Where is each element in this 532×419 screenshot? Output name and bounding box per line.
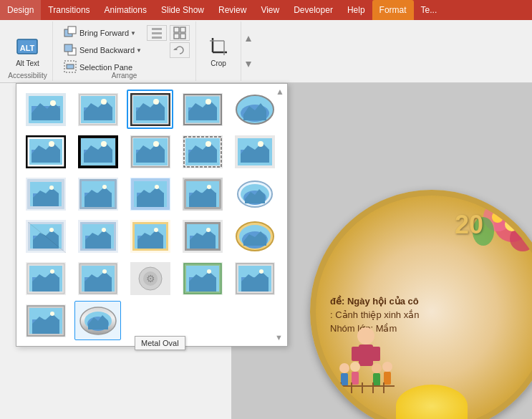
tab-help[interactable]: Help bbox=[340, 0, 372, 20]
style-item-1-3[interactable] bbox=[180, 132, 226, 171]
crop-group: Crop bbox=[196, 21, 241, 81]
style-item-1-2[interactable] bbox=[127, 132, 173, 171]
ribbon-scroll[interactable] bbox=[241, 21, 256, 81]
style-item-3-0[interactable] bbox=[22, 216, 69, 256]
svg-point-185 bbox=[339, 363, 349, 373]
svg-rect-7 bbox=[174, 27, 179, 32]
svg-text:⚙: ⚙ bbox=[145, 273, 155, 284]
style-item-2-3[interactable] bbox=[180, 174, 226, 213]
svg-point-66 bbox=[153, 141, 159, 147]
alt-text-button[interactable]: ALT Alt Text bbox=[11, 32, 44, 71]
svg-rect-4 bbox=[152, 28, 162, 30]
style-item-0-4[interactable] bbox=[232, 90, 279, 129]
svg-rect-9 bbox=[174, 34, 179, 39]
group-button[interactable] bbox=[170, 25, 190, 41]
style-item-4-0[interactable] bbox=[22, 259, 69, 298]
send-backward-button[interactable]: Send Backward ▼ bbox=[59, 42, 167, 58]
tab-te[interactable]: Te... bbox=[414, 0, 445, 20]
svg-rect-3 bbox=[68, 27, 76, 34]
svg-rect-182 bbox=[359, 345, 373, 366]
style-item-4-3[interactable] bbox=[180, 259, 226, 298]
style-item-3-3[interactable] bbox=[180, 216, 226, 256]
svg-point-72 bbox=[205, 141, 211, 147]
style-item-0-1[interactable] bbox=[74, 90, 121, 129]
style-item-3-4[interactable] bbox=[232, 216, 279, 256]
style-item-0-3[interactable] bbox=[180, 90, 226, 129]
svg-rect-186 bbox=[341, 373, 348, 386]
arrange-group: Bring Forward ▼ bbox=[53, 21, 196, 81]
tab-developer[interactable]: Developer bbox=[286, 0, 340, 20]
style-item-2-1[interactable] bbox=[74, 174, 121, 213]
svg-point-179 bbox=[505, 217, 519, 231]
bring-forward-button[interactable]: Bring Forward ▼ bbox=[59, 25, 144, 41]
style-item-1-4[interactable] bbox=[232, 132, 279, 171]
scroll-down-indicator: ▼ bbox=[275, 333, 283, 342]
badge-number: 20 bbox=[455, 210, 483, 240]
style-item-2-0[interactable] bbox=[22, 174, 69, 213]
style-panel: ▲ bbox=[16, 83, 288, 347]
style-item-0-2[interactable] bbox=[127, 90, 173, 129]
svg-point-147 bbox=[102, 269, 107, 274]
svg-point-131 bbox=[206, 228, 211, 232]
tab-review[interactable]: Review bbox=[211, 0, 253, 20]
slide-line2: : Cảnh thiệp xinh xắn bbox=[330, 309, 532, 320]
style-item-3-2[interactable] bbox=[127, 216, 173, 256]
svg-point-96 bbox=[155, 185, 159, 189]
svg-point-181 bbox=[357, 327, 374, 345]
accessibility-label: Accessibility bbox=[8, 72, 47, 80]
style-item-0-0[interactable] bbox=[22, 90, 69, 129]
style-item-3-1[interactable] bbox=[74, 216, 121, 256]
svg-point-53 bbox=[49, 141, 54, 147]
svg-marker-20 bbox=[246, 36, 251, 42]
bring-forward-label: Bring Forward bbox=[79, 29, 129, 37]
accessibility-group: ALT Alt Text Accessibility bbox=[3, 21, 53, 81]
style-item-metal-oval[interactable] bbox=[74, 301, 121, 340]
style-item-2-4[interactable] bbox=[232, 174, 279, 213]
svg-point-112 bbox=[49, 228, 54, 232]
style-item-5-0[interactable] bbox=[232, 259, 279, 298]
style-item-5-1[interactable] bbox=[22, 301, 69, 340]
svg-marker-21 bbox=[246, 62, 251, 67]
svg-point-43 bbox=[205, 99, 211, 105]
scroll-up-indicator: ▲ bbox=[276, 87, 284, 97]
tab-slideshow[interactable]: Slide Show bbox=[154, 0, 211, 20]
rotate-button[interactable] bbox=[170, 42, 190, 58]
style-item-1-0[interactable] bbox=[22, 132, 69, 171]
svg-rect-192 bbox=[384, 372, 391, 385]
style-item-2-2[interactable] bbox=[127, 174, 173, 213]
svg-point-119 bbox=[102, 228, 106, 232]
svg-point-187 bbox=[350, 362, 360, 372]
send-backward-icon bbox=[64, 43, 77, 57]
tab-design[interactable]: Design bbox=[0, 0, 41, 20]
circular-badge: 20 đề: Ngày hội của cô : Cảnh thiệp xinh… bbox=[310, 190, 532, 419]
svg-rect-10 bbox=[180, 34, 185, 39]
svg-point-90 bbox=[102, 185, 107, 189]
svg-rect-184 bbox=[372, 347, 380, 361]
tab-transitions[interactable]: Transitions bbox=[41, 0, 97, 20]
crop-button[interactable]: Crop bbox=[202, 32, 235, 71]
selection-pane-icon bbox=[64, 60, 77, 74]
style-item-4-1[interactable] bbox=[74, 259, 121, 298]
svg-point-169 bbox=[50, 312, 54, 316]
align-button[interactable] bbox=[147, 25, 167, 41]
ribbon: Design Transitions Animations Slide Show… bbox=[0, 0, 532, 83]
svg-point-191 bbox=[382, 362, 392, 372]
arrange-label: Arrange bbox=[112, 72, 137, 80]
svg-point-189 bbox=[372, 363, 382, 373]
style-item-4-2[interactable]: ⚙ bbox=[127, 259, 173, 298]
tab-animations[interactable]: Animations bbox=[97, 0, 154, 20]
svg-point-157 bbox=[207, 269, 211, 274]
svg-rect-8 bbox=[180, 27, 185, 32]
alt-text-label: Alt Text bbox=[16, 59, 39, 67]
tab-view[interactable]: View bbox=[253, 0, 286, 20]
bring-forward-arrow[interactable]: ▼ bbox=[130, 30, 136, 37]
send-backward-label: Send Backward bbox=[79, 46, 135, 54]
tab-format[interactable]: Format bbox=[372, 0, 414, 20]
style-item-1-1[interactable] bbox=[74, 132, 121, 171]
send-backward-arrow[interactable]: ▼ bbox=[136, 47, 142, 54]
svg-rect-190 bbox=[373, 373, 380, 386]
ribbon-content: ALT Alt Text Accessibility Bring Forwar bbox=[0, 20, 532, 83]
svg-rect-5 bbox=[152, 32, 162, 34]
svg-point-163 bbox=[259, 269, 263, 274]
bottom-petal bbox=[396, 385, 468, 419]
